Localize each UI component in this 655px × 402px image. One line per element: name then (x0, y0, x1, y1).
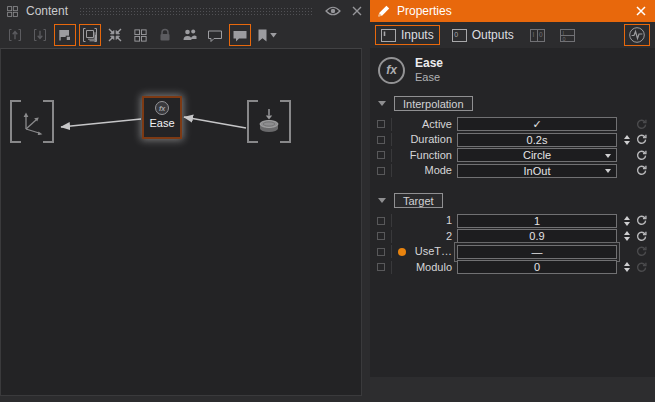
mover-icon (247, 100, 291, 143)
bound-indicator (398, 248, 406, 256)
param-value-field[interactable]: Circle (457, 148, 617, 162)
mover-node[interactable] (247, 100, 291, 143)
param-checkbox[interactable] (377, 248, 385, 256)
group-label[interactable]: Target (394, 193, 443, 208)
param-value: 0.2s (527, 134, 548, 146)
reset-icon[interactable] (634, 119, 649, 130)
eye-icon[interactable] (323, 5, 343, 17)
tab-inputs[interactable]: Inputs (375, 25, 440, 45)
collapse-triangle-icon[interactable] (378, 198, 386, 203)
drag-handle-dots[interactable] (79, 7, 312, 16)
property-row-function: FunctionCircle (372, 148, 653, 162)
users-button[interactable] (179, 24, 201, 46)
properties-footer (370, 377, 655, 402)
param-checkbox[interactable] (377, 151, 385, 159)
lock-button[interactable] (154, 24, 176, 46)
param-checkbox[interactable] (377, 136, 385, 144)
param-checkbox[interactable] (377, 120, 385, 128)
property-row-2: 20.9 (372, 229, 653, 243)
svg-text:0: 0 (563, 35, 566, 41)
spin-up-icon[interactable] (624, 216, 630, 220)
param-checkbox[interactable] (377, 217, 385, 225)
ease-node-label: Ease (149, 117, 174, 129)
axes-node[interactable] (10, 100, 54, 143)
dropdown-caret-icon (605, 169, 611, 173)
reset-icon[interactable] (634, 262, 649, 273)
param-value-field[interactable]: 0.9 (457, 229, 617, 243)
param-label: Mode (391, 164, 457, 177)
node-title: Ease (415, 56, 443, 71)
param-value-field[interactable]: 0 (457, 260, 617, 274)
param-value-field[interactable]: — (457, 245, 617, 259)
collapse-triangle-icon[interactable] (378, 101, 386, 106)
spin-up-icon[interactable] (624, 135, 630, 139)
comment-outline-icon (207, 28, 223, 43)
spin-down-icon[interactable] (624, 268, 630, 272)
input-tab-icon (381, 29, 396, 42)
flag-save-icon (57, 27, 73, 43)
spin-down-icon[interactable] (624, 141, 630, 145)
reset-icon[interactable] (634, 150, 649, 161)
spin-down-icon[interactable] (624, 237, 630, 241)
param-checkbox[interactable] (377, 232, 385, 240)
spin-up-icon[interactable] (624, 231, 630, 235)
property-row-1: 11 (372, 214, 653, 228)
param-value-field[interactable]: 1 (457, 214, 617, 228)
close-icon[interactable] (350, 6, 364, 16)
reset-icon[interactable] (634, 215, 649, 226)
properties-body: fx Ease Ease InterpolationActive✓Duratio… (370, 48, 655, 377)
reset-icon[interactable] (634, 246, 649, 257)
io-stack-button[interactable]: I0 (556, 25, 580, 45)
value-spinner[interactable] (620, 135, 633, 145)
export-button[interactable] (4, 24, 26, 46)
reset-icon[interactable] (634, 231, 649, 242)
group-label[interactable]: Interpolation (394, 96, 473, 111)
grid-icon (133, 28, 148, 43)
panel-title: Content (26, 4, 68, 18)
param-label: Function (391, 149, 457, 162)
close-icon[interactable] (634, 6, 648, 16)
bookmark-button[interactable] (254, 24, 279, 46)
node-graph-canvas[interactable]: fx Ease (0, 48, 362, 396)
property-row-duration: Duration0.2s (372, 133, 653, 147)
reset-icon[interactable] (634, 134, 649, 145)
value-spinner[interactable] (620, 262, 633, 272)
param-value-field[interactable]: 0.2s (457, 133, 617, 147)
param-value: — (532, 246, 543, 258)
param-value: Circle (523, 149, 551, 161)
comment-filled-button[interactable] (229, 24, 251, 46)
tab-label: Inputs (401, 28, 434, 42)
spin-up-icon[interactable] (624, 262, 630, 266)
param-value: 0 (534, 261, 540, 273)
comment-filled-icon (232, 28, 248, 43)
oscilloscope-icon (628, 26, 646, 44)
spin-down-icon[interactable] (624, 222, 630, 226)
output-tab-icon: 0 (452, 29, 467, 42)
property-row-uset: UseT…— (372, 245, 653, 259)
value-spinner[interactable] (620, 216, 633, 226)
param-value-field[interactable]: InOut (457, 164, 617, 178)
layers-button[interactable] (79, 24, 101, 46)
property-row-mode: ModeInOut (372, 164, 653, 178)
import-icon (32, 27, 48, 43)
import-button[interactable] (29, 24, 51, 46)
oscilloscope-button[interactable] (624, 24, 650, 46)
ease-node[interactable]: fx Ease (142, 96, 182, 139)
param-label: Duration (391, 133, 457, 146)
group-header: Interpolation (372, 96, 653, 111)
reset-icon[interactable] (634, 165, 649, 176)
io-pair-icon: I0 (530, 29, 545, 42)
collapse-button[interactable] (104, 24, 126, 46)
flag-save-button[interactable] (54, 24, 76, 46)
param-checkbox[interactable] (377, 167, 385, 175)
param-checkbox[interactable] (377, 263, 385, 271)
io-pair-button[interactable]: I0 (526, 25, 550, 45)
param-value-field[interactable]: ✓ (457, 117, 617, 131)
comment-outline-button[interactable] (204, 24, 226, 46)
properties-tabbar: Inputs0OutputsI0I0 (370, 22, 655, 48)
value-spinner[interactable] (620, 231, 633, 241)
tab-outputs[interactable]: 0Outputs (446, 25, 520, 45)
panel-grid-icon[interactable] (6, 5, 19, 18)
grid-button[interactable] (129, 24, 151, 46)
properties-panel-header: Properties (370, 0, 655, 22)
